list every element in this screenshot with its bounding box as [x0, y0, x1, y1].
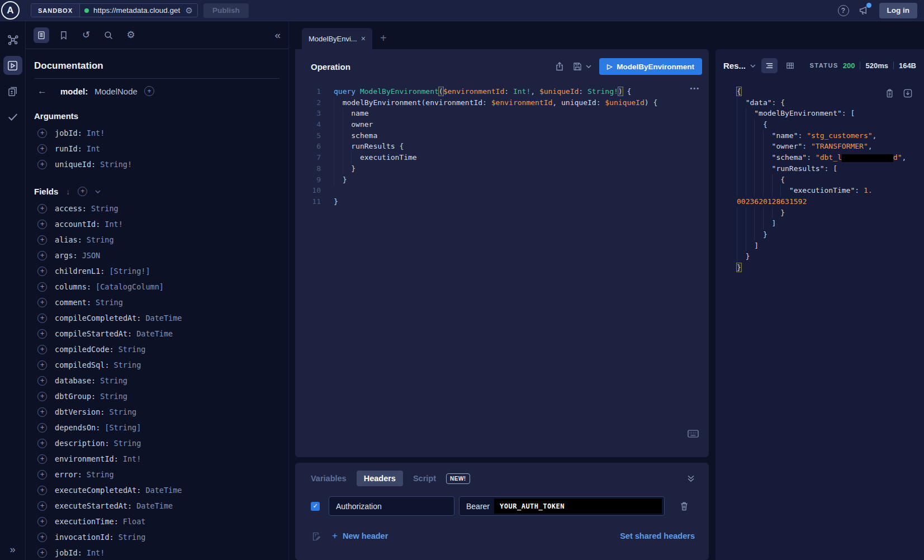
- field-type[interactable]: [CatalogColumn]: [96, 282, 164, 291]
- collapse-panel-icon[interactable]: [687, 475, 695, 482]
- chevron-down-icon[interactable]: [95, 190, 101, 193]
- field-type[interactable]: String: [119, 533, 146, 542]
- add-to-query-icon[interactable]: +: [37, 439, 47, 448]
- add-to-query-icon[interactable]: +: [37, 329, 47, 339]
- new-header-button[interactable]: + New header: [332, 530, 388, 542]
- schema-graph-icon[interactable]: [3, 30, 22, 49]
- back-arrow-icon[interactable]: ←: [37, 86, 47, 97]
- header-key-input[interactable]: [329, 496, 454, 516]
- field-type[interactable]: Int!: [105, 220, 123, 229]
- add-to-query-icon[interactable]: +: [37, 282, 47, 292]
- header-enabled-checkbox[interactable]: ✓: [311, 502, 320, 511]
- field-row[interactable]: +columns:[CatalogColumn]: [34, 279, 279, 295]
- field-row[interactable]: +description:String: [34, 435, 279, 451]
- add-to-query-icon[interactable]: +: [37, 360, 47, 370]
- field-type[interactable]: String: [109, 407, 136, 416]
- response-dropdown-chevron-icon[interactable]: [750, 64, 756, 68]
- apollo-logo-icon[interactable]: A: [1, 1, 20, 20]
- format-table-icon[interactable]: [782, 58, 798, 73]
- add-to-query-icon[interactable]: +: [37, 517, 47, 526]
- field-type[interactable]: [String!]: [109, 267, 150, 276]
- add-to-query-icon[interactable]: +: [37, 129, 47, 138]
- field-type[interactable]: String: [87, 235, 114, 244]
- field-type[interactable]: Int!: [123, 454, 141, 463]
- field-row[interactable]: +database:String: [34, 373, 279, 388]
- tab-modelbyenvironment[interactable]: ModelByEnvi... ×: [302, 28, 372, 49]
- new-tab-icon[interactable]: +: [380, 32, 387, 45]
- field-type[interactable]: String: [114, 439, 141, 448]
- sort-fields-icon[interactable]: ↓: [66, 187, 70, 196]
- set-shared-headers-link[interactable]: Set shared headers: [620, 531, 695, 540]
- add-to-query-icon[interactable]: +: [37, 470, 47, 480]
- field-row[interactable]: +accountId:Int!: [34, 216, 279, 232]
- field-type[interactable]: DateTime: [136, 501, 173, 510]
- settings-gear-icon[interactable]: ⚙: [123, 27, 139, 43]
- field-row[interactable]: +error:String: [34, 467, 279, 482]
- history-icon[interactable]: ↺: [78, 27, 94, 43]
- field-row[interactable]: +invocationId:String: [34, 529, 279, 545]
- tab-variables[interactable]: Variables: [311, 474, 347, 483]
- breadcrumb-type[interactable]: ModelNode: [94, 87, 138, 96]
- field-type[interactable]: Int!: [87, 548, 105, 557]
- field-type[interactable]: DateTime: [145, 314, 182, 322]
- search-icon[interactable]: [101, 27, 116, 43]
- field-row[interactable]: +access:String: [34, 201, 279, 216]
- field-type[interactable]: String: [91, 204, 119, 213]
- help-icon[interactable]: ?: [838, 5, 849, 16]
- field-row[interactable]: +compiledSql:String: [34, 357, 279, 373]
- field-type[interactable]: String: [100, 392, 127, 401]
- field-type[interactable]: DateTime: [136, 329, 173, 338]
- field-row[interactable]: +dbtVersion:String: [34, 404, 279, 420]
- field-type[interactable]: JSON: [82, 251, 101, 260]
- field-row[interactable]: +dependsOn:[String]: [34, 420, 279, 435]
- share-operation-icon[interactable]: [555, 61, 565, 72]
- collapse-docs-icon[interactable]: «: [274, 29, 281, 41]
- add-to-query-icon[interactable]: +: [37, 392, 47, 401]
- field-type[interactable]: String: [114, 360, 141, 369]
- environment-variables-icon[interactable]: [311, 531, 321, 542]
- add-to-query-icon[interactable]: +: [37, 160, 47, 169]
- announcements-icon[interactable]: [858, 5, 869, 16]
- explorer-icon[interactable]: [3, 56, 22, 75]
- field-row[interactable]: +comment:String: [34, 295, 279, 310]
- add-to-query-icon[interactable]: +: [37, 533, 47, 542]
- add-to-query-icon[interactable]: +: [37, 486, 47, 495]
- field-type[interactable]: String: [96, 298, 123, 307]
- add-to-query-icon[interactable]: +: [37, 251, 47, 260]
- field-row[interactable]: +executeCompletedAt:DateTime: [34, 482, 279, 498]
- field-type[interactable]: Float: [123, 517, 146, 526]
- field-row[interactable]: +jobId:Int!: [34, 125, 279, 141]
- field-type[interactable]: String: [100, 376, 127, 385]
- field-type[interactable]: String: [119, 345, 146, 354]
- add-to-query-icon[interactable]: +: [37, 235, 47, 245]
- add-all-fields-icon[interactable]: +: [78, 187, 87, 196]
- field-type[interactable]: String!: [100, 160, 132, 169]
- field-row[interactable]: +executeStartedAt:DateTime: [34, 498, 279, 514]
- editor-menu-icon[interactable]: •••: [690, 85, 700, 92]
- save-options-chevron-icon[interactable]: [586, 65, 591, 68]
- field-row[interactable]: +uniqueId:String!: [34, 156, 279, 172]
- field-type[interactable]: String: [87, 470, 114, 479]
- download-response-icon[interactable]: [903, 88, 913, 98]
- field-row[interactable]: +compiledCode:String: [34, 341, 279, 357]
- field-row[interactable]: +runId:Int: [34, 141, 279, 156]
- add-to-query-icon[interactable]: +: [37, 220, 47, 229]
- tab-script[interactable]: Script: [413, 474, 436, 483]
- field-type[interactable]: DateTime: [145, 486, 182, 495]
- add-to-query-icon[interactable]: +: [37, 314, 47, 323]
- keyboard-shortcuts-icon[interactable]: [688, 429, 699, 438]
- add-to-query-icon[interactable]: +: [37, 298, 47, 307]
- endpoint-url-input[interactable]: https://metadata.cloud.get ⚙: [80, 6, 197, 15]
- field-row[interactable]: +environmentId:Int!: [34, 451, 279, 467]
- copy-response-icon[interactable]: [885, 88, 894, 98]
- field-row[interactable]: +alias:String: [34, 232, 279, 248]
- run-operation-button[interactable]: ▷ ModelByEnvironment: [599, 58, 702, 75]
- add-to-query-icon[interactable]: +: [37, 144, 47, 154]
- publish-button[interactable]: Publish: [203, 3, 249, 18]
- bookmarks-icon[interactable]: [56, 27, 72, 43]
- changelog-icon[interactable]: [3, 82, 22, 101]
- field-row[interactable]: +dbtGroup:String: [34, 388, 279, 404]
- field-type[interactable]: [String]: [105, 423, 141, 432]
- field-type[interactable]: Int!: [87, 129, 105, 137]
- login-button[interactable]: Log in: [879, 3, 918, 18]
